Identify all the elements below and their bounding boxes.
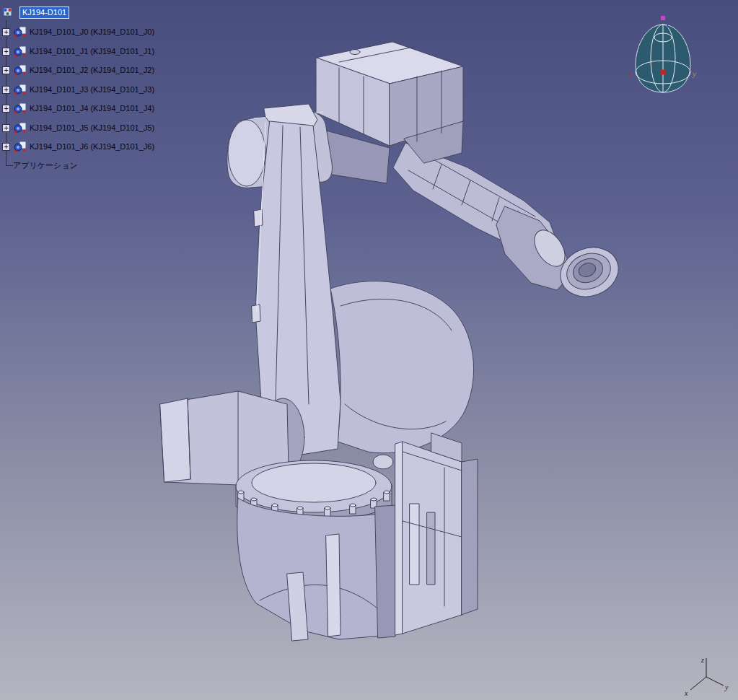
specification-tree: KJ194-D101 + KJ194_D101_J0 (KJ194_D101_J… <box>0 0 238 180</box>
joint-node-icon <box>13 84 27 95</box>
triad-y-label: y <box>724 683 729 691</box>
expand-icon[interactable]: + <box>2 124 10 132</box>
expand-icon[interactable]: + <box>2 48 10 56</box>
tree-item-label[interactable]: KJ194_D101_J6 (KJ194_D101_J6) <box>30 142 154 151</box>
tree-item-j2[interactable]: + KJ194_D101_J2 (KJ194_D101_J2) <box>1 64 154 76</box>
tree-item-j5[interactable]: + KJ194_D101_J5 (KJ194_D101_J5) <box>1 121 154 134</box>
view-compass[interactable]: z x y <box>625 14 700 100</box>
expand-icon[interactable]: + <box>2 28 10 36</box>
axis-triad: z x y <box>680 652 732 697</box>
triad-x-label: x <box>684 689 688 697</box>
tree-item-label[interactable]: KJ194_D101_J4 (KJ194_D101_J4) <box>30 104 154 113</box>
tree-item-label[interactable]: KJ194_D101_J0 (KJ194_D101_J0) <box>30 27 154 36</box>
tree-root-label[interactable]: KJ194-D101 <box>19 6 69 19</box>
catia-window: KJ194-D101 + KJ194_D101_J0 (KJ194_D101_J… <box>0 0 738 700</box>
tree-item-label[interactable]: KJ194_D101_J1 (KJ194_D101_J1) <box>30 47 154 56</box>
expand-icon[interactable]: + <box>2 105 10 113</box>
triad-z-label: z <box>700 656 704 664</box>
compass-center-dot[interactable] <box>661 70 666 75</box>
expand-icon[interactable]: + <box>2 86 10 94</box>
tree-item-applications[interactable]: アプリケーション <box>1 159 78 172</box>
joint-node-icon <box>13 26 27 38</box>
tree-item-j6[interactable]: + KJ194_D101_J6 (KJ194_D101_J6) <box>1 140 154 153</box>
joint-node-icon <box>13 45 27 57</box>
tree-item-j3[interactable]: + KJ194_D101_J3 (KJ194_D101_J3) <box>1 83 154 96</box>
tree-item-label[interactable]: KJ194_D101_J5 (KJ194_D101_J5) <box>30 123 154 132</box>
expand-icon[interactable]: + <box>2 66 10 74</box>
tree-item-j0[interactable]: + KJ194_D101_J0 (KJ194_D101_J0) <box>1 25 154 38</box>
compass-handle[interactable] <box>661 16 665 20</box>
applications-label[interactable]: アプリケーション <box>1 160 78 171</box>
tree-item-label[interactable]: KJ194_D101_J3 (KJ194_D101_J3) <box>30 85 154 94</box>
tree-item-j4[interactable]: + KJ194_D101_J4 (KJ194_D101_J4) <box>1 102 154 115</box>
product-node-icon <box>1 6 15 18</box>
compass-y-label: y <box>692 69 696 78</box>
compass-x-label: x <box>628 69 632 78</box>
joint-node-icon <box>13 141 27 152</box>
tree-item-label[interactable]: KJ194_D101_J2 (KJ194_D101_J2) <box>30 66 154 74</box>
tree-item-j1[interactable]: + KJ194_D101_J1 (KJ194_D101_J1) <box>1 45 154 58</box>
compass-z-label: z <box>665 20 669 29</box>
tree-root[interactable]: KJ194-D101 <box>1 6 69 19</box>
joint-node-icon <box>13 122 27 134</box>
joint-node-icon <box>13 64 27 76</box>
expand-icon[interactable]: + <box>2 143 10 151</box>
joint-node-icon <box>13 102 27 114</box>
